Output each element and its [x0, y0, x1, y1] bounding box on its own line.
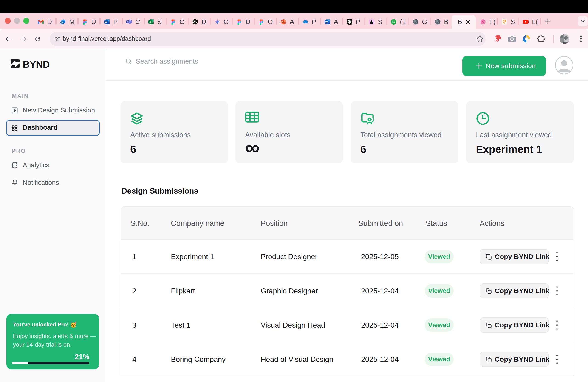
svg-text:17: 17 — [392, 20, 395, 24]
svg-text:T: T — [127, 21, 128, 23]
svg-text:P: P — [281, 21, 283, 23]
svg-text:X: X — [149, 21, 151, 23]
svg-text:W: W — [325, 21, 328, 23]
svg-text:W: W — [105, 21, 107, 23]
